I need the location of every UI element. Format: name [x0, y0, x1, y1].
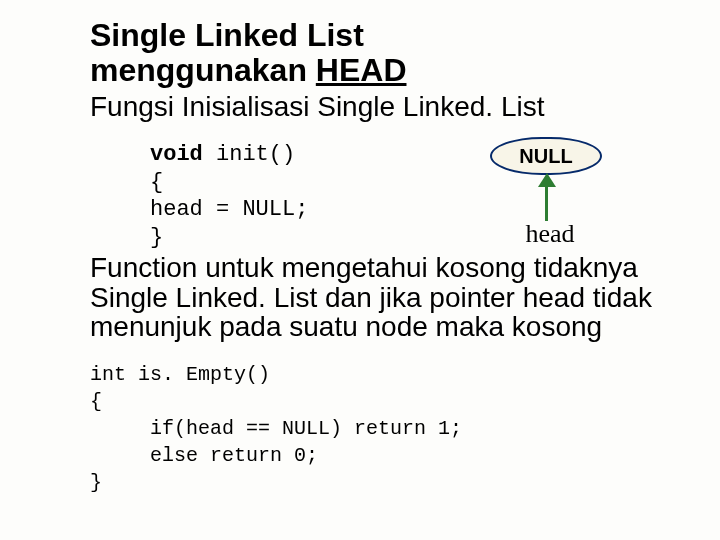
head-null-diagram: NULL head	[480, 137, 620, 257]
paragraph: Function untuk mengetahui kosong tidakny…	[90, 253, 660, 341]
null-oval: NULL	[490, 137, 602, 175]
head-label: head	[480, 219, 620, 249]
title-line-2-underlined: HEAD	[316, 52, 407, 88]
slide-title: Single Linked List menggunakan HEAD	[90, 18, 660, 88]
title-line-1: Single Linked List	[90, 17, 364, 53]
code-block-init: void init() { head = NULL; } NULL head	[150, 141, 660, 261]
slide: Single Linked List menggunakan HEAD Fung…	[0, 0, 720, 540]
code-block-isempty: int is. Empty() { if(head == NULL) retur…	[90, 361, 660, 496]
code-keyword-void: void	[150, 142, 203, 167]
arrow-shaft-icon	[545, 177, 548, 221]
subtitle: Fungsi Inisialisasi Single Linked. List	[90, 92, 660, 123]
title-line-2-plain: menggunakan	[90, 52, 316, 88]
